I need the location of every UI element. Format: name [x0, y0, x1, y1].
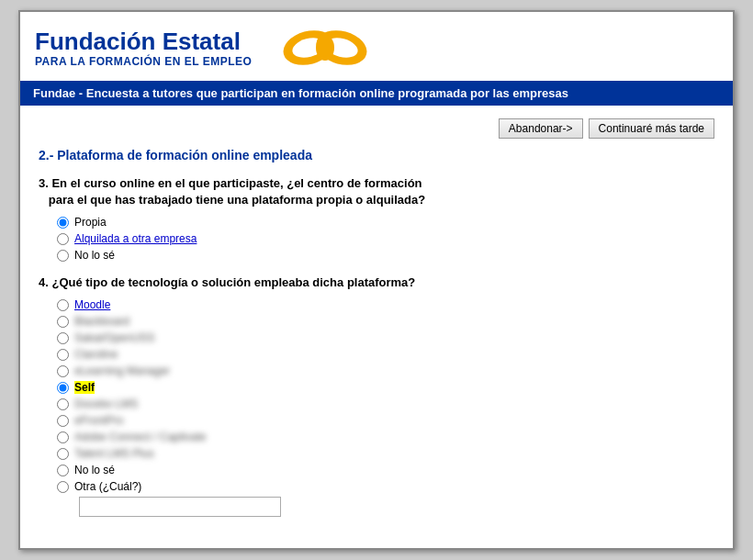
q3-propia-radio[interactable] [57, 217, 69, 229]
q4-otra-label: Otra (¿Cuál?) [74, 480, 141, 493]
list-item: Propia [57, 216, 714, 229]
logo-icon [270, 23, 380, 73]
question-4-text: 4. ¿Qué tipo de tecnología o solución em… [39, 274, 714, 291]
q4-opt5-radio[interactable] [57, 365, 69, 377]
list-item: No lo sé [57, 464, 714, 476]
question-3-options: Propia Alquilada a otra empresa No lo sé [57, 216, 714, 262]
q4-opt9-label: Adobe Connect / Captivate [74, 431, 206, 443]
q4-opt10-radio[interactable] [57, 448, 69, 460]
q4-moodle-radio[interactable] [57, 299, 69, 311]
org-title-line2: PARA LA FORMACIÓN EN EL EMPLEO [35, 55, 252, 68]
org-title-line1: Fundación Estatal [35, 28, 252, 55]
list-item: eFrontPro [57, 414, 714, 427]
q4-self-radio[interactable] [57, 382, 69, 394]
question-3: 3. En el curso online en el que particip… [39, 175, 714, 262]
list-item: eLearning Manager [57, 364, 714, 377]
main-window: Fundación Estatal PARA LA FORMACIÓN EN E… [18, 10, 735, 551]
list-item: Claroline [57, 348, 714, 361]
q4-opt7-radio[interactable] [57, 398, 69, 410]
toolbar: Abandonar-> Continuaré más tarde [39, 118, 714, 139]
list-item: No lo sé [57, 249, 714, 262]
list-item: Alquilada a otra empresa [57, 232, 714, 245]
list-item: Otra (¿Cuál?) [57, 480, 714, 493]
q3-noloses-label: No lo sé [74, 249, 115, 262]
continue-later-button[interactable]: Continuaré más tarde [589, 118, 714, 139]
question-4-options: Moodle Blackboard Sakai/OpenUSS Clarolin… [57, 298, 714, 517]
q4-opt8-label: eFrontPro [74, 414, 123, 427]
list-item: Talent LMS Plus [57, 447, 714, 460]
list-item: Docebo LMS [57, 398, 714, 410]
q4-opt7-label: Docebo LMS [74, 398, 138, 410]
q3-alquilada-radio[interactable] [57, 233, 69, 245]
q4-opt2-radio[interactable] [57, 316, 69, 328]
q3-propia-label: Propia [74, 216, 107, 229]
list-item: Adobe Connect / Captivate [57, 431, 714, 443]
question-3-text: 3. En el curso online en el que particip… [39, 175, 714, 208]
section-title: 2.- Plataforma de formación online emple… [39, 148, 714, 162]
list-item: Blackboard [57, 315, 714, 328]
q4-opt2-label: Blackboard [74, 315, 129, 328]
q4-opt5-label: eLearning Manager [74, 364, 170, 377]
q4-opt3-label: Sakai/OpenUSS [74, 331, 154, 344]
list-item: Self [57, 381, 714, 394]
q4-opt4-label: Claroline [74, 348, 118, 361]
q4-opt4-radio[interactable] [57, 349, 69, 361]
q4-opt10-label: Talent LMS Plus [74, 447, 154, 460]
q4-opt8-radio[interactable] [57, 415, 69, 427]
logo-area: Fundación Estatal PARA LA FORMACIÓN EN E… [20, 12, 733, 81]
q4-otra-radio[interactable] [57, 481, 69, 493]
list-item: Moodle [57, 298, 714, 311]
svg-point-4 [316, 35, 334, 61]
q4-noloses-label: No lo sé [74, 464, 115, 476]
abandon-button[interactable]: Abandonar-> [499, 118, 583, 139]
list-item: Sakai/OpenUSS [57, 331, 714, 344]
q3-alquilada-label: Alquilada a otra empresa [74, 232, 197, 245]
question-4: 4. ¿Qué tipo de tecnología o solución em… [39, 274, 714, 517]
q3-noloses-radio[interactable] [57, 250, 69, 262]
q4-opt9-radio[interactable] [57, 431, 69, 443]
q4-moodle-label: Moodle [74, 298, 110, 311]
logo-text: Fundación Estatal PARA LA FORMACIÓN EN E… [35, 28, 252, 68]
content-area: Abandonar-> Continuaré más tarde 2.- Pla… [20, 106, 733, 549]
q4-noloses-radio[interactable] [57, 465, 69, 476]
blue-banner: Fundae - Encuesta a tutores que particip… [20, 81, 733, 106]
q4-self-label: Self [74, 381, 95, 394]
other-text-input[interactable] [79, 497, 281, 517]
q4-opt3-radio[interactable] [57, 332, 69, 344]
